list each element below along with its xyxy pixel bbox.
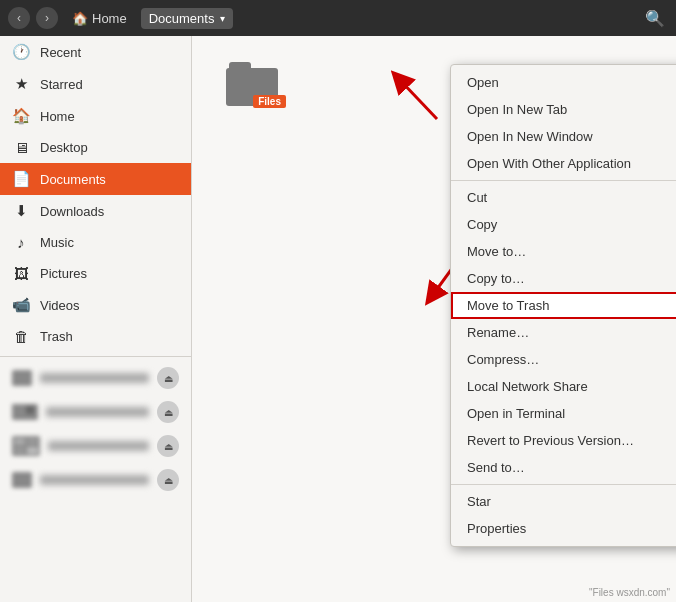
sidebar-label-trash: Trash [40,329,73,344]
menu-label-compress: Compress… [467,352,539,367]
downloads-icon: ⬇ [12,202,30,220]
drive-icon-2 [12,404,38,420]
menu-label-cut: Cut [467,190,487,205]
sidebar-item-videos[interactable]: 📹 Videos [0,289,191,321]
menu-divider-2 [451,484,676,485]
starred-icon: ★ [12,75,30,93]
folder-icon: Files [226,62,278,106]
sidebar-label-music: Music [40,235,74,250]
menu-label-rename: Rename… [467,325,529,340]
eject-button-3[interactable]: ⏏ [157,435,179,457]
menu-item-open-other[interactable]: Open With Other Application [451,150,676,177]
sidebar-item-downloads[interactable]: ⬇ Downloads [0,195,191,227]
recent-icon: 🕐 [12,43,30,61]
menu-label-move-to: Move to… [467,244,526,259]
menu-label-open-terminal: Open in Terminal [467,406,565,421]
desktop-icon: 🖥 [12,139,30,156]
menu-item-properties[interactable]: Properties Ctrl+I [451,515,676,542]
drive-item-1[interactable]: ⏏ [0,361,191,395]
menu-item-revert[interactable]: Revert to Previous Version… [451,427,676,454]
menu-item-cut[interactable]: Cut Ctrl+X [451,184,676,211]
sidebar-divider [0,356,191,357]
documents-label: Documents [149,11,215,26]
watermark: "Files wsxdn.com" [589,587,670,598]
documents-icon: 📄 [12,170,30,188]
drive-label-1 [40,373,149,383]
menu-item-compress[interactable]: Compress… [451,346,676,373]
context-menu: Open Return Open In New Tab Ctrl+Return … [450,64,676,547]
menu-item-rename[interactable]: Rename… F2 [451,319,676,346]
sidebar-item-recent[interactable]: 🕐 Recent [0,36,191,68]
breadcrumb-documents[interactable]: Documents ▾ [141,8,234,29]
file-manager: 🕐 Recent ★ Starred 🏠 Home 🖥 Desktop 📄 Do… [0,36,676,602]
folder-item[interactable]: Files [212,56,292,112]
menu-label-local-network-share: Local Network Share [467,379,588,394]
menu-label-open-new-window: Open In New Window [467,129,593,144]
menu-item-star[interactable]: Star [451,488,676,515]
sidebar-label-home: Home [40,109,75,124]
menu-item-move-to[interactable]: Move to… [451,238,676,265]
menu-label-send-to: Send to… [467,460,525,475]
menu-divider-1 [451,180,676,181]
file-badge: Files [253,95,286,108]
menu-item-open-new-tab[interactable]: Open In New Tab Ctrl+Return [451,96,676,123]
menu-label-copy: Copy [467,217,497,232]
menu-item-move-to-trash[interactable]: Move to Trash Delete [451,292,676,319]
menu-item-open[interactable]: Open Return [451,69,676,96]
search-button[interactable]: 🔍 [642,5,668,31]
home-nav-icon: 🏠 [12,107,30,125]
eject-button-2[interactable]: ⏏ [157,401,179,423]
menu-label-revert: Revert to Previous Version… [467,433,634,448]
breadcrumb-home[interactable]: 🏠 Home [64,8,135,29]
drive-item-4[interactable]: ⏏ [0,463,191,497]
menu-item-local-network-share[interactable]: Local Network Share [451,373,676,400]
drive-item-3[interactable]: ⏏ [0,429,191,463]
drive-icon-3 [12,436,40,456]
sidebar-label-downloads: Downloads [40,204,104,219]
drive-icon-1 [12,370,32,386]
back-button[interactable]: ‹ [8,7,30,29]
eject-button-4[interactable]: ⏏ [157,469,179,491]
content-area: Files Open R [192,36,676,602]
sidebar-label-starred: Starred [40,77,83,92]
eject-button-1[interactable]: ⏏ [157,367,179,389]
menu-label-copy-to: Copy to… [467,271,525,286]
title-bar: ‹ › 🏠 Home Documents ▾ 🔍 [0,0,676,36]
drive-item-2[interactable]: ⏏ [0,395,191,429]
sidebar-item-documents[interactable]: 📄 Documents [0,163,191,195]
menu-label-open: Open [467,75,499,90]
sidebar-label-pictures: Pictures [40,266,87,281]
sidebar-label-videos: Videos [40,298,80,313]
sidebar-item-trash[interactable]: 🗑 Trash [0,321,191,352]
drive-icon-4 [12,472,32,488]
drive-label-3 [48,441,149,451]
videos-icon: 📹 [12,296,30,314]
home-icon: 🏠 [72,11,88,26]
menu-item-copy[interactable]: Copy Ctrl+C [451,211,676,238]
forward-button[interactable]: › [36,7,58,29]
sidebar-label-recent: Recent [40,45,81,60]
chevron-down-icon: ▾ [220,13,225,24]
menu-item-copy-to[interactable]: Copy to… [451,265,676,292]
menu-label-properties: Properties [467,521,526,536]
menu-item-open-new-window[interactable]: Open In New Window Shift+Return [451,123,676,150]
sidebar-label-desktop: Desktop [40,140,88,155]
sidebar-item-pictures[interactable]: 🖼 Pictures [0,258,191,289]
sidebar-item-starred[interactable]: ★ Starred [0,68,191,100]
sidebar-item-home[interactable]: 🏠 Home [0,100,191,132]
drive-label-4 [40,475,149,485]
menu-item-send-to[interactable]: Send to… [451,454,676,481]
menu-label-move-to-trash: Move to Trash [467,298,549,313]
sidebar: 🕐 Recent ★ Starred 🏠 Home 🖥 Desktop 📄 Do… [0,36,192,602]
home-label: Home [92,11,127,26]
drive-label-2 [46,407,149,417]
trash-icon: 🗑 [12,328,30,345]
menu-label-open-new-tab: Open In New Tab [467,102,567,117]
sidebar-item-music[interactable]: ♪ Music [0,227,191,258]
sidebar-label-documents: Documents [40,172,106,187]
sidebar-item-desktop[interactable]: 🖥 Desktop [0,132,191,163]
menu-label-star: Star [467,494,491,509]
music-icon: ♪ [12,234,30,251]
menu-item-open-terminal[interactable]: Open in Terminal [451,400,676,427]
menu-label-open-other: Open With Other Application [467,156,631,171]
